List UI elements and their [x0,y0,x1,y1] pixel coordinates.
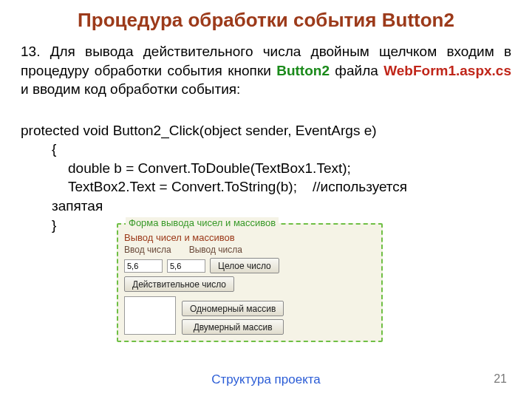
para-text-3: и вводим код обработки события: [21,81,240,97]
textbox-input[interactable] [124,259,163,273]
label-output-number: Вывод числа [189,245,242,255]
button-2d-array[interactable]: Двумерный массив [182,319,284,335]
file-name-highlight: WebForm1.aspx.cs [383,63,511,78]
button-double[interactable]: Действительное число [124,276,234,292]
list-number: 13. [21,44,40,59]
button-name-highlight: Button2 [276,63,330,78]
groupbox-legend: Форма вывода чисел и массивов [126,217,279,228]
page-number: 21 [494,372,507,386]
footer-link: Структура проекта [0,372,532,387]
button-integer[interactable]: Целое число [210,258,279,273]
textbox-output[interactable] [167,259,205,273]
embedded-form-screenshot: Форма вывода чисел и массивов Вывод чисе… [117,223,383,342]
button-1d-array[interactable]: Одномерный массив [182,301,284,316]
label-input-number: Ввод числа [124,245,171,255]
slide-title: Процедура обработки события Button2 [21,9,511,32]
code-line-4: TextBox2.Text = Convert.ToString(b); //и… [21,177,407,197]
instruction-paragraph: 13. Для вывода действительного числа дво… [21,42,511,99]
code-line-1: protected void Button2_Click(object send… [21,123,377,138]
form-section-title: Вывод чисел и массивов [124,232,375,243]
code-line-2: { [21,140,56,159]
form-groupbox: Форма вывода чисел и массивов Вывод чисе… [117,223,383,342]
code-block: protected void Button2_Click(object send… [21,102,511,234]
code-line-6: } [21,216,56,235]
para-text-2: файла [330,63,383,78]
code-line-5: запятая [21,197,103,216]
listbox-array[interactable] [124,296,176,335]
code-line-3: double b = Convert.ToDouble(TextBox1.Tex… [21,159,351,178]
